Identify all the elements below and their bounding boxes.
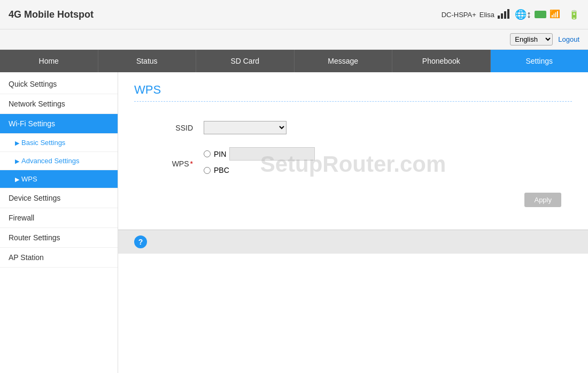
app-title: 4G Mobile Hotspot [9, 9, 94, 20]
language-select[interactable]: English Finnish Swedish [510, 33, 553, 45]
ssid-row: SSID [134, 115, 572, 141]
sidebar-item-ap-station[interactable]: AP Station [0, 248, 118, 268]
ssid-select[interactable] [204, 121, 287, 134]
svg-text:📶: 📶 [550, 9, 560, 18]
svg-rect-2 [504, 11, 506, 19]
ssid-label: SSID [134, 115, 198, 141]
nav-phonebook[interactable]: Phonebook [392, 50, 491, 72]
svg-rect-0 [498, 16, 500, 19]
nav-message[interactable]: Message [295, 50, 393, 72]
sidebar-item-firewall[interactable]: Firewall [0, 208, 118, 228]
help-area: ? [118, 230, 588, 254]
pbc-radio-row: PBC [204, 166, 567, 174]
nav-sdcard[interactable]: SD Card [196, 50, 295, 72]
wps-options-cell: PIN PBC [198, 141, 572, 186]
status-group: DC-HSPA+ Elisa 🌐↕ 📶 [442, 9, 579, 20]
help-icon[interactable]: ? [134, 235, 147, 248]
wps-form: SSID WPS* [134, 115, 572, 214]
content-area: WPS SetupRouter.com SSID [118, 72, 588, 373]
title-divider [134, 101, 572, 102]
battery-level-icon [535, 11, 546, 18]
signal-icon [498, 9, 512, 20]
arrow-icon: ▶ [15, 140, 19, 146]
navbar: Home Status SD Card Message Phonebook Se… [0, 50, 588, 72]
apply-row: Apply [134, 186, 572, 214]
sidebar-item-network-settings[interactable]: Network Settings [0, 94, 118, 114]
logout-button[interactable]: Logout [558, 35, 579, 43]
battery-icon: 🔋 [569, 10, 579, 20]
arrow-icon-3: ▶ [15, 176, 19, 182]
ssid-cell [198, 115, 572, 141]
pin-radio-row: PIN [204, 147, 567, 161]
sidebar-sub-basic-settings[interactable]: ▶Basic Settings [0, 134, 118, 152]
arrow-icon-2: ▶ [15, 158, 19, 164]
user-label: Elisa [479, 11, 494, 19]
content-wrapper: WPS SetupRouter.com SSID [134, 83, 572, 254]
svg-rect-3 [507, 9, 509, 19]
sidebar-item-quick-settings[interactable]: Quick Settings [0, 74, 118, 94]
nav-status[interactable]: Status [98, 50, 197, 72]
pbc-label: PBC [214, 166, 229, 174]
wps-row: WPS* PIN PBC [134, 141, 572, 186]
sidebar-sub-advanced-settings[interactable]: ▶Advanced Settings [0, 152, 118, 170]
sidebar-item-device-settings[interactable]: Device Settings [0, 188, 118, 208]
data-icon: 🌐↕ [515, 9, 531, 20]
network-type-label: DC-HSPA+ [442, 11, 476, 19]
page-title: WPS [134, 83, 572, 97]
apply-button[interactable]: Apply [524, 193, 561, 207]
pin-label: PIN [214, 150, 226, 158]
wifi-icon: 📶 [550, 9, 566, 20]
sidebar-item-router-settings[interactable]: Router Settings [0, 228, 118, 248]
header: 4G Mobile Hotspot DC-HSPA+ Elisa 🌐↕ [0, 0, 588, 29]
main-layout: Quick Settings Network Settings Wi-Fi Se… [0, 72, 588, 373]
sidebar: Quick Settings Network Settings Wi-Fi Se… [0, 72, 118, 373]
pin-radio[interactable] [204, 150, 211, 157]
form-container: SetupRouter.com SSID WPS* [134, 115, 572, 214]
language-bar: English Finnish Swedish Logout [0, 29, 588, 50]
svg-rect-1 [501, 13, 503, 19]
sidebar-item-wifi-settings[interactable]: Wi-Fi Settings [0, 114, 118, 134]
nav-home[interactable]: Home [0, 50, 98, 72]
sidebar-sub-wps[interactable]: ▶WPS [0, 170, 118, 188]
header-right: DC-HSPA+ Elisa 🌐↕ 📶 [442, 9, 579, 20]
nav-settings[interactable]: Settings [491, 50, 589, 72]
pbc-radio[interactable] [204, 167, 211, 174]
wps-label: WPS* [134, 141, 198, 186]
pin-input[interactable] [229, 147, 315, 161]
